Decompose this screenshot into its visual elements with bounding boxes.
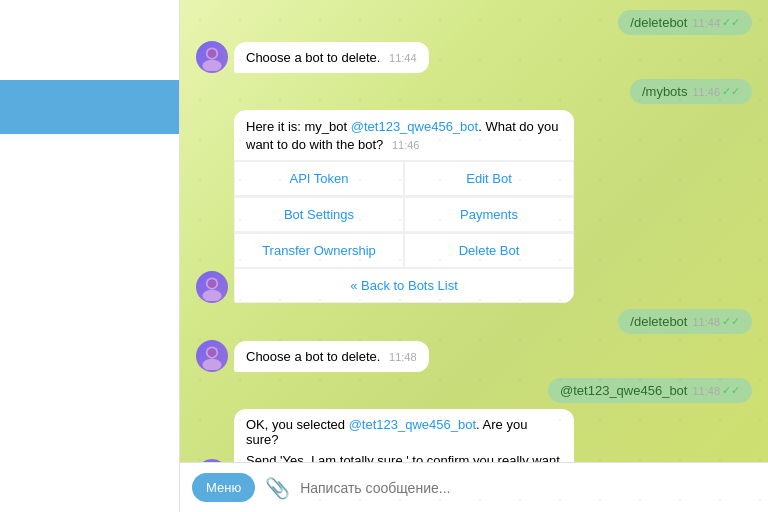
bot-settings-button[interactable]: Bot Settings: [234, 197, 404, 232]
inline-header-link: @tet123_qwe456_bot: [351, 119, 478, 134]
messages-container: /deletebot 11:44 ✓✓ Choose a bot to dele…: [180, 0, 768, 462]
message-row-6: Choose a bot to delete. 11:48: [196, 340, 752, 372]
inline-btn-grid-row3: Transfer Ownership Delete Bot: [234, 232, 574, 268]
inline-btn-grid-back: « Back to Bots List: [234, 268, 574, 303]
svg-point-2: [208, 49, 217, 58]
cmd-text-7: @tet123_qwe456_bot: [560, 383, 687, 398]
time-2: 11:44: [389, 52, 417, 64]
edit-bot-button[interactable]: Edit Bot: [404, 161, 574, 196]
sidebar: [0, 0, 180, 512]
time-6: 11:48: [389, 351, 417, 363]
message-row-8: OK, you selected @tet123_qwe456_bot. Are…: [196, 409, 752, 462]
back-to-bots-button[interactable]: « Back to Bots List: [234, 268, 574, 303]
bot-avatar-4: [196, 271, 228, 303]
cmd-text-1: /deletebot: [630, 15, 687, 30]
user-cmd-bubble-3: /mybots 11:46 ✓✓: [630, 79, 752, 104]
bot-bubble-8: OK, you selected @tet123_qwe456_bot. Are…: [234, 409, 574, 462]
user-cmd-bubble-5: /deletebot 11:48 ✓✓: [618, 309, 752, 334]
inline-header-4: Here it is: my_bot @tet123_qwe456_bot. W…: [234, 110, 574, 160]
menu-button[interactable]: Меню: [192, 473, 255, 502]
api-token-button[interactable]: API Token: [234, 161, 404, 196]
bot-avatar-2: [196, 41, 228, 73]
cmd-text-5: /deletebot: [630, 314, 687, 329]
transfer-ownership-button[interactable]: Transfer Ownership: [234, 233, 404, 268]
bot-text-8-line2: Send 'Yes, I am totally sure.' to confir…: [246, 453, 562, 462]
time-1: 11:44 ✓✓: [692, 16, 740, 29]
bot-avatar-6: [196, 340, 228, 372]
svg-point-1: [202, 60, 221, 71]
time-7: 11:48 ✓✓: [692, 384, 740, 397]
bot-bubble-2: Choose a bot to delete. 11:44: [234, 42, 429, 73]
svg-point-5: [208, 280, 217, 289]
inline-buttons-4: Here it is: my_bot @tet123_qwe456_bot. W…: [234, 110, 574, 303]
bot-text-8-line1: OK, you selected @tet123_qwe456_bot. Are…: [246, 417, 562, 447]
bot-bubble-6: Choose a bot to delete. 11:48: [234, 341, 429, 372]
message-row-4: Here it is: my_bot @tet123_qwe456_bot. W…: [196, 110, 752, 303]
inline-btn-grid-row1: API Token Edit Bot: [234, 160, 574, 196]
inline-btn-grid-row2: Bot Settings Payments: [234, 196, 574, 232]
check-5: ✓✓: [722, 315, 740, 328]
user-cmd-bubble-7: @tet123_qwe456_bot 11:48 ✓✓: [548, 378, 752, 403]
bot-text-2: Choose a bot to delete.: [246, 50, 380, 65]
sidebar-blue-bar: [0, 80, 179, 134]
svg-point-4: [202, 290, 221, 301]
message-row-1: /deletebot 11:44 ✓✓: [196, 10, 752, 35]
attach-icon[interactable]: 📎: [265, 476, 290, 500]
bot-text-6: Choose a bot to delete.: [246, 349, 380, 364]
message-row-3: /mybots 11:46 ✓✓: [196, 79, 752, 104]
svg-point-8: [208, 349, 217, 358]
user-cmd-bubble-1: /deletebot 11:44 ✓✓: [618, 10, 752, 35]
payments-button[interactable]: Payments: [404, 197, 574, 232]
check-1: ✓✓: [722, 16, 740, 29]
message-input[interactable]: [300, 480, 756, 496]
check-3: ✓✓: [722, 85, 740, 98]
message-row-2: Choose a bot to delete. 11:44: [196, 41, 752, 73]
cmd-text-3: /mybots: [642, 84, 688, 99]
time-3: 11:46 ✓✓: [692, 85, 740, 98]
chat-area: /deletebot 11:44 ✓✓ Choose a bot to dele…: [180, 0, 768, 512]
inline-header-text1: Here it is: my_bot: [246, 119, 351, 134]
message-row-7: @tet123_qwe456_bot 11:48 ✓✓: [196, 378, 752, 403]
delete-bot-button[interactable]: Delete Bot: [404, 233, 574, 268]
message-row-5: /deletebot 11:48 ✓✓: [196, 309, 752, 334]
check-7: ✓✓: [722, 384, 740, 397]
time-5: 11:48 ✓✓: [692, 315, 740, 328]
inline-time-4: 11:46: [392, 139, 420, 151]
svg-point-7: [202, 359, 221, 370]
input-bar: Меню 📎: [180, 462, 768, 512]
